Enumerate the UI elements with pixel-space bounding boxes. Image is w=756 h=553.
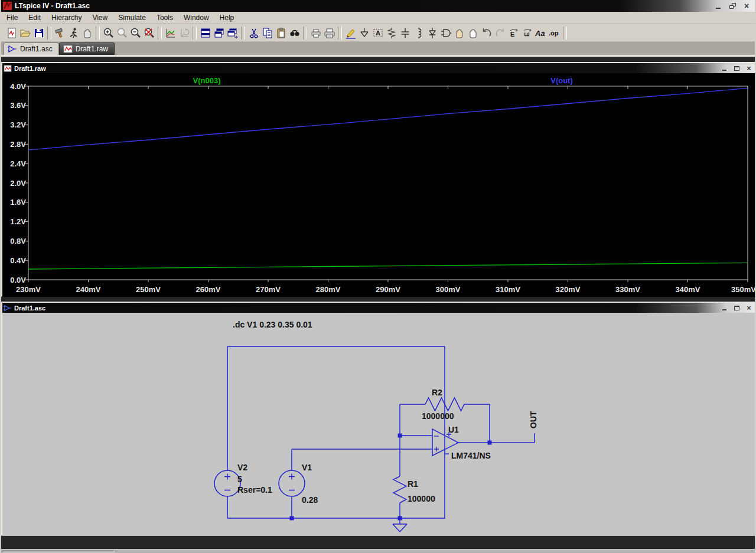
- x-axis-labels: 230mV 240mV 250mV 260mV 270mV 280mV 290m…: [16, 285, 756, 294]
- v2-value-label[interactable]: 5: [237, 475, 242, 484]
- r1-value-label[interactable]: 100000: [408, 494, 435, 503]
- zoom-out-icon[interactable]: [129, 26, 142, 40]
- menu-help[interactable]: Help: [214, 12, 240, 23]
- svg-text:310mV: 310mV: [496, 285, 520, 294]
- drag-icon[interactable]: [466, 26, 480, 40]
- redo-icon[interactable]: [493, 26, 507, 40]
- undo-icon[interactable]: [480, 26, 493, 40]
- plot-window-titlebar[interactable]: Draft1.raw ×: [2, 63, 756, 73]
- main-titlebar[interactable]: LTspice IV - Draft1.asc ×: [1, 0, 755, 12]
- move-icon[interactable]: [452, 26, 466, 40]
- menu-edit[interactable]: Edit: [23, 12, 46, 23]
- plot-close-button[interactable]: ×: [745, 65, 753, 72]
- run-icon[interactable]: [67, 26, 80, 40]
- svg-text:1.6V: 1.6V: [10, 198, 26, 207]
- svg-text:240mV: 240mV: [76, 285, 101, 294]
- menu-file[interactable]: File: [1, 12, 23, 23]
- cascade-windows-icon[interactable]: [212, 26, 226, 40]
- autorange-y-icon[interactable]: [164, 26, 177, 40]
- menu-window[interactable]: Window: [178, 12, 214, 23]
- find-icon[interactable]: [288, 26, 301, 40]
- place-component-icon[interactable]: [439, 26, 452, 40]
- tab-draft1-raw[interactable]: Draft1.raw: [59, 42, 115, 55]
- svg-text:1.2V: 1.2V: [10, 217, 26, 226]
- minimize-button[interactable]: [713, 2, 723, 10]
- control-panel-icon[interactable]: [53, 26, 67, 40]
- print-icon[interactable]: [322, 26, 336, 40]
- svg-text:330mV: 330mV: [615, 285, 640, 294]
- tile-windows-icon[interactable]: [198, 26, 212, 40]
- place-text-icon[interactable]: Aa: [534, 26, 548, 40]
- cut-icon[interactable]: [247, 26, 260, 40]
- copy-icon[interactable]: [260, 26, 274, 40]
- arrange-icons-icon[interactable]: [226, 26, 239, 40]
- svg-text:230mV: 230mV: [16, 285, 41, 294]
- waveform-plot-area[interactable]: V(n003) V(out) 4.0V 3.6V 3.2V 2.8V 2.4V …: [2, 73, 756, 297]
- mirror-icon[interactable]: E: [507, 26, 520, 40]
- rotate-icon[interactable]: E: [520, 26, 534, 40]
- status-panel: [2, 550, 115, 552]
- plot-maximize-button[interactable]: [732, 65, 741, 72]
- waveform-plot[interactable]: V(n003) V(out) 4.0V 3.6V 3.2V 2.8V 2.4V …: [2, 73, 756, 297]
- tab-label: Draft1.asc: [20, 45, 53, 53]
- plot-minimize-button[interactable]: [720, 65, 728, 72]
- r1-name-label[interactable]: R1: [408, 479, 418, 489]
- ground-symbol[interactable]: [393, 524, 407, 532]
- v2-rser-label[interactable]: Rser=0.1: [237, 485, 272, 495]
- u1-name-label[interactable]: U1: [448, 425, 459, 434]
- v1-value-label[interactable]: 0.28: [302, 495, 318, 505]
- schematic-maximize-button[interactable]: [732, 305, 741, 312]
- svg-text:4.0V: 4.0V: [10, 82, 26, 91]
- waveform-file-icon: [4, 65, 12, 72]
- voltage-source-v1-symbol[interactable]: [279, 470, 305, 496]
- legend-vn003[interactable]: V(n003): [193, 76, 221, 85]
- schematic-close-button[interactable]: ×: [745, 305, 753, 312]
- menu-tools[interactable]: Tools: [151, 12, 178, 23]
- close-button[interactable]: ×: [742, 2, 751, 10]
- place-diode-icon[interactable]: [425, 26, 439, 40]
- u1-model-label[interactable]: LM741/NS: [451, 451, 491, 460]
- svg-text:2.0V: 2.0V: [10, 179, 26, 188]
- open-icon[interactable]: [18, 26, 32, 40]
- zoom-full-extents-icon[interactable]: [142, 26, 156, 40]
- legend-vout[interactable]: V(out): [550, 76, 573, 85]
- save-icon[interactable]: [32, 26, 45, 40]
- out-net-label[interactable]: OUT: [529, 411, 538, 428]
- place-inductor-icon[interactable]: [412, 26, 425, 40]
- schematic-window: Draft1.asc ×: [1, 302, 756, 536]
- svg-text:350mV: 350mV: [731, 285, 756, 294]
- new-schematic-icon[interactable]: [5, 26, 18, 40]
- spice-directive-text[interactable]: .dc V1 0.23 0.35 0.01: [233, 320, 312, 329]
- halt-icon[interactable]: [80, 26, 94, 40]
- noninverting-input-mark: [434, 447, 439, 451]
- schematic-window-titlebar[interactable]: Draft1.asc ×: [2, 303, 756, 313]
- place-net-label-icon[interactable]: A: [371, 26, 384, 40]
- wire-net: [227, 346, 535, 524]
- restore-button[interactable]: [728, 2, 737, 10]
- voltage-source-v2-symbol[interactable]: [214, 470, 240, 496]
- r2-value-label[interactable]: 1000000: [422, 411, 454, 421]
- svg-text:280mV: 280mV: [316, 285, 341, 294]
- svg-text:300mV: 300mV: [436, 285, 461, 294]
- resistor-r1-symbol[interactable]: [393, 476, 406, 503]
- r2-name-label[interactable]: R2: [432, 388, 442, 397]
- plot-settings-icon[interactable]: [177, 26, 191, 40]
- tab-draft1-asc[interactable]: Draft1.asc: [4, 42, 59, 55]
- place-capacitor-icon[interactable]: [398, 26, 412, 40]
- toolbar-separator: [563, 27, 567, 40]
- schematic-minimize-button[interactable]: [720, 305, 728, 312]
- v2-name-label[interactable]: V2: [237, 463, 247, 472]
- zoom-area-icon[interactable]: [115, 26, 129, 40]
- paste-icon[interactable]: [274, 26, 288, 40]
- menu-hierarchy[interactable]: Hierarchy: [46, 12, 87, 23]
- schematic-canvas[interactable]: .dc V1 0.23 0.35 0.01 V2 5 Rser=0.1 V1 0…: [2, 313, 756, 536]
- menu-simulate[interactable]: Simulate: [113, 12, 151, 23]
- place-resistor-icon[interactable]: [384, 26, 398, 40]
- spice-directive-icon[interactable]: .op: [548, 26, 561, 40]
- draw-wire-icon[interactable]: [344, 26, 357, 40]
- place-ground-icon[interactable]: [357, 26, 371, 40]
- v1-name-label[interactable]: V1: [302, 463, 312, 472]
- menu-view[interactable]: View: [87, 12, 113, 23]
- zoom-in-icon[interactable]: [102, 26, 115, 40]
- print-preview-icon[interactable]: [309, 26, 322, 40]
